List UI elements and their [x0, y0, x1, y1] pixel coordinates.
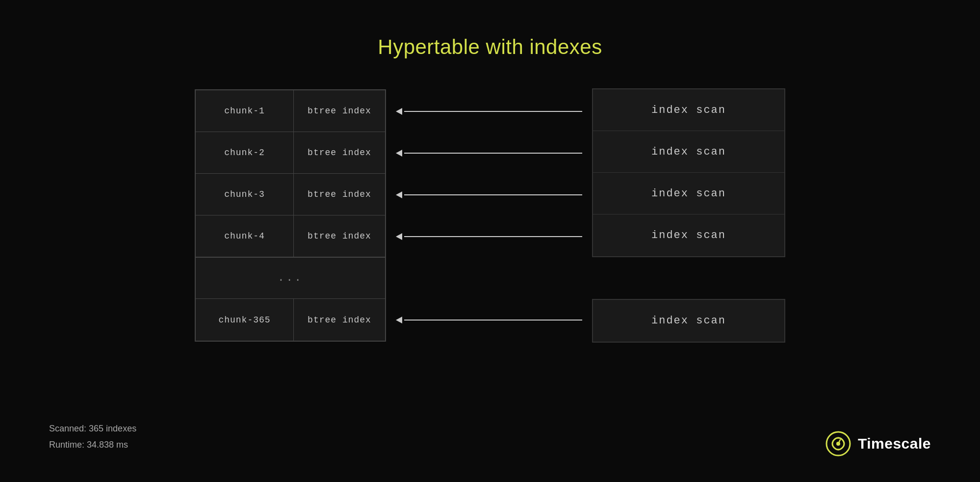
index-scan-1: index scan — [593, 89, 784, 131]
diagram: chunk-1 btree index chunk-2 btree index … — [0, 88, 980, 343]
arrows-area — [386, 90, 592, 341]
bottom-info: Scanned: 365 indexes Runtime: 34.838 ms — [49, 421, 136, 453]
table-row: chunk-1 btree index — [196, 90, 385, 132]
arrow-1 — [396, 108, 582, 115]
runtime-stat: Runtime: 34.838 ms — [49, 437, 136, 453]
brand-name: Timescale — [858, 435, 931, 452]
arrow-head-icon — [396, 317, 402, 323]
chunk-365-index: btree index — [294, 299, 385, 341]
index-scan-3: index scan — [593, 173, 784, 214]
arrow-body — [404, 111, 582, 112]
arrow-head-icon — [396, 233, 402, 240]
hypertable-grid: chunk-1 btree index chunk-2 btree index … — [195, 89, 386, 342]
arrow-2 — [396, 150, 582, 157]
chunk-4-label: chunk-4 — [196, 215, 294, 257]
chunk-365-label: chunk-365 — [196, 299, 294, 341]
table-row-ellipsis: ... — [196, 257, 385, 299]
table-row: chunk-3 btree index — [196, 174, 385, 215]
index-scan-5: index scan — [593, 300, 784, 342]
arrow-row-3 — [386, 174, 592, 215]
arrow-5 — [396, 317, 582, 323]
index-scan-boxes: index scan index scan index scan index s… — [592, 88, 785, 343]
chunk-1-index: btree index — [294, 90, 385, 132]
arrow-body — [404, 236, 582, 237]
arrow-body — [404, 153, 582, 154]
index-scan-2: index scan — [593, 131, 784, 173]
table-row: chunk-365 btree index — [196, 299, 385, 341]
chunk-1-label: chunk-1 — [196, 90, 294, 132]
timescale-logo-icon — [825, 431, 851, 456]
arrow-3 — [396, 191, 582, 198]
chunk-3-label: chunk-3 — [196, 174, 294, 215]
arrow-row-1 — [386, 90, 592, 132]
index-scan-4: index scan — [593, 214, 784, 256]
arrow-head-icon — [396, 108, 402, 115]
ellipsis-label: ... — [196, 258, 385, 298]
index-scan-group-bottom: index scan — [592, 299, 785, 343]
arrow-head-icon — [396, 150, 402, 157]
chunk-2-label: chunk-2 — [196, 132, 294, 173]
arrow-row-spacer — [386, 257, 592, 299]
index-scan-group-top: index scan index scan index scan index s… — [592, 88, 785, 257]
arrow-head-icon — [396, 191, 402, 198]
chunk-3-index: btree index — [294, 174, 385, 215]
arrow-body — [404, 320, 582, 321]
arrow-body — [404, 194, 582, 195]
table-row: chunk-2 btree index — [196, 132, 385, 174]
page-title: Hypertable with indexes — [0, 0, 980, 59]
chunk-4-index: btree index — [294, 215, 385, 257]
arrow-4 — [396, 233, 582, 240]
arrow-row-4 — [386, 215, 592, 257]
scanned-stat: Scanned: 365 indexes — [49, 421, 136, 436]
arrow-row-5 — [386, 299, 592, 341]
arrow-row-2 — [386, 132, 592, 174]
chunk-2-index: btree index — [294, 132, 385, 173]
table-row: chunk-4 btree index — [196, 215, 385, 257]
brand-area: Timescale — [825, 431, 931, 456]
